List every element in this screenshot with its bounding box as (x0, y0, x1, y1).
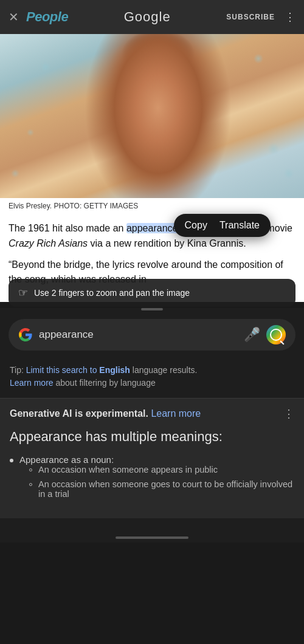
paragraph1-end: via a new rendition by Kina Grannis. (91, 238, 246, 248)
ai-more-icon[interactable]: ⋮ (283, 407, 294, 420)
ai-header-text: Generative AI is experimental. Learn mor… (10, 408, 201, 419)
ai-title: Appearance has multiple meanings: (10, 429, 294, 445)
list-item-label: Appearance as a noun: (19, 454, 114, 465)
tip-limit-link[interactable]: Limit this search to (26, 365, 97, 375)
subscribe-button[interactable]: SUBSCRIBE (226, 13, 275, 21)
more-icon[interactable]: ⋮ (285, 10, 295, 24)
list-item: Appearance as a noun: An occasion when s… (10, 454, 294, 504)
elvis-photo (0, 34, 304, 198)
article-image (0, 34, 304, 198)
search-bar[interactable]: appearance 🎤 (9, 319, 295, 351)
paragraph1-before: The 1961 hit also made an (9, 223, 126, 233)
home-indicator (0, 530, 304, 543)
browser-bar: ✕ People Google SUBSCRIBE ⋮ (0, 0, 304, 34)
movie-title: Crazy Rich Asians (9, 238, 88, 248)
bullet-primary (10, 459, 13, 462)
people-logo: People (26, 9, 68, 25)
search-query: appearance (39, 329, 238, 341)
ai-section: Generative AI is experimental. Learn mor… (0, 398, 304, 518)
tip-learn-more-link[interactable]: Learn more (10, 378, 54, 388)
finger-icon: ☞ (18, 286, 28, 300)
home-bar (116, 536, 188, 539)
zoom-tooltip: ☞ Use 2 fingers to zoom and pan the imag… (9, 279, 295, 307)
tip-suffix: language results. (133, 365, 198, 375)
photo-caption: Elvis Presley. PHOTO: GETTY IMAGES (0, 198, 304, 214)
list-item-content: Appearance as a noun: An occasion when s… (19, 454, 294, 504)
sublist-item-text: An occasion when someone appears in publ… (38, 465, 218, 474)
article-wrapper: Elvis Presley. PHOTO: GETTY IMAGES Copy … (0, 34, 304, 302)
bullet-secondary (29, 483, 32, 486)
ai-experimental-label: Generative AI is experimental. (10, 408, 148, 419)
google-lens-icon[interactable] (266, 325, 286, 344)
zoom-tooltip-text: Use 2 fingers to zoom and pan the image (34, 288, 190, 298)
context-menu: Copy Translate (174, 214, 271, 237)
close-button[interactable]: ✕ (9, 10, 19, 24)
tip-prefix: Tip: (10, 365, 26, 375)
selected-word: appearance (126, 223, 181, 233)
translate-menu-item[interactable]: Translate (219, 220, 260, 231)
tip-suffix2: about filtering by language (55, 378, 155, 388)
google-g-logo (18, 327, 33, 342)
tip-section: Tip: Limit this search to English langua… (0, 359, 304, 398)
sublist-item: An occasion when someone goes to court t… (29, 479, 294, 499)
copy-menu-item[interactable]: Copy (185, 220, 207, 231)
tip-english-bold[interactable]: English (99, 365, 130, 375)
mic-icon[interactable]: 🎤 (244, 327, 260, 343)
google-logo: Google (75, 9, 219, 25)
ai-header: Generative AI is experimental. Learn mor… (10, 407, 294, 420)
drag-handle[interactable] (141, 308, 163, 310)
sublist-item-text: An occasion when someone goes to court t… (38, 479, 294, 499)
sublist-item: An occasion when someone appears in publ… (29, 465, 294, 474)
ai-list: Appearance as a noun: An occasion when s… (10, 454, 294, 504)
ai-sublist: An occasion when someone appears in publ… (29, 465, 294, 499)
bullet-secondary (29, 468, 32, 471)
ai-learn-more-link[interactable]: Learn more (151, 408, 201, 419)
bottom-sheet: appearance 🎤 Tip: Limit this search to E… (0, 308, 304, 530)
